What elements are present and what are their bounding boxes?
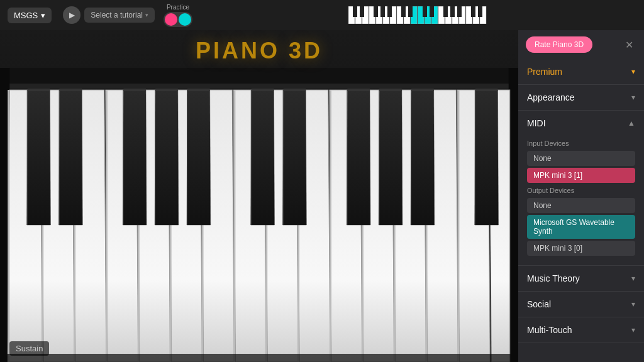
- social-section: Social ▾: [518, 292, 644, 317]
- msgs-label: MSGS: [14, 11, 38, 20]
- svg-marker-95: [379, 90, 402, 225]
- svg-rect-24: [387, 6, 392, 17]
- main-content: PIANO 3D: [0, 30, 644, 362]
- output-mpk-mini-0-option[interactable]: MPK mini 3 [0]: [527, 241, 635, 256]
- select-tutorial-chevron-icon: ▾: [145, 12, 148, 18]
- multi-touch-label: Multi-Touch: [527, 325, 572, 335]
- multi-touch-chevron-icon: ▾: [631, 326, 635, 334]
- svg-marker-89: [283, 90, 307, 225]
- svg-marker-61: [330, 90, 331, 362]
- svg-rect-104: [0, 354, 518, 362]
- svg-rect-85: [187, 89, 210, 91]
- piano-3d-keys[interactable]: White key pattern: C D E F G A B repeate…: [0, 30, 518, 362]
- premium-section: Premium ▾: [518, 59, 644, 85]
- select-tutorial-button[interactable]: Select a tutorial ▾: [84, 8, 155, 23]
- svg-rect-103: [475, 89, 498, 91]
- practice-toggle[interactable]: [164, 12, 192, 27]
- svg-marker-41: [8, 90, 9, 362]
- topbar: MSGS ▾ ▶ Select a tutorial ▾ Practice: [0, 0, 644, 30]
- svg-marker-101: [475, 90, 499, 225]
- multi-touch-section: Multi-Touch ▾: [518, 317, 644, 343]
- svg-marker-102: [475, 90, 475, 225]
- appearance-chevron-icon: ▾: [631, 93, 635, 102]
- midi-section: MIDI ▲ Input Devices None MPK mini 3 [1]…: [518, 111, 644, 266]
- play-area: ▶ Select a tutorial ▾: [63, 6, 155, 24]
- msgs-button[interactable]: MSGS ▾: [8, 8, 52, 23]
- midi-section-header[interactable]: MIDI ▲: [518, 111, 644, 136]
- input-mpk-mini-option[interactable]: MPK mini 3 [1]: [527, 168, 635, 183]
- svg-marker-78: [123, 90, 123, 225]
- svg-rect-91: [284, 89, 306, 91]
- svg-rect-25: [401, 6, 406, 17]
- music-theory-chevron-icon: ▾: [631, 274, 635, 283]
- svg-marker-81: [155, 90, 155, 225]
- mini-piano-svg: [348, 6, 487, 24]
- svg-marker-96: [379, 90, 379, 225]
- output-devices-label: Output Devices: [527, 187, 635, 194]
- select-tutorial-label: Select a tutorial: [91, 11, 143, 19]
- svg-marker-75: [59, 90, 60, 225]
- input-none-option[interactable]: None: [527, 151, 635, 166]
- svg-marker-98: [411, 90, 435, 225]
- practice-area: Practice: [164, 4, 192, 27]
- multi-touch-section-header[interactable]: Multi-Touch ▾: [518, 317, 644, 343]
- practice-label: Practice: [167, 4, 189, 11]
- svg-marker-74: [59, 90, 83, 225]
- social-label: Social: [527, 299, 551, 309]
- svg-marker-47: [106, 90, 108, 362]
- midi-label: MIDI: [527, 118, 546, 128]
- svg-marker-87: [251, 90, 252, 225]
- mini-piano-keyboard[interactable]: [211, 5, 624, 25]
- svg-rect-32: [471, 6, 475, 17]
- svg-rect-20: [353, 6, 357, 17]
- social-chevron-icon: ▾: [631, 300, 635, 309]
- svg-marker-99: [411, 90, 411, 225]
- social-section-header[interactable]: Social ▾: [518, 292, 644, 317]
- svg-rect-23: [380, 6, 385, 17]
- piano-canvas: PIANO 3D: [0, 30, 518, 362]
- svg-marker-90: [283, 90, 284, 225]
- play-icon: ▶: [69, 11, 75, 19]
- piano-title: PIANO 3D: [196, 38, 323, 64]
- midi-content: Input Devices None MPK mini 3 [1] Output…: [518, 140, 644, 265]
- svg-marker-72: [27, 90, 28, 225]
- premium-label: Premium: [527, 67, 562, 77]
- music-theory-section-header[interactable]: Music Theory ▾: [518, 266, 644, 291]
- svg-rect-100: [411, 89, 434, 91]
- svg-rect-82: [155, 89, 178, 91]
- svg-rect-88: [252, 89, 274, 91]
- svg-marker-92: [347, 90, 370, 225]
- svg-rect-27: [423, 6, 427, 17]
- panel-header: Rate Piano 3D ✕: [518, 30, 644, 59]
- msgs-chevron-icon: ▾: [41, 11, 45, 20]
- svg-marker-84: [187, 90, 187, 225]
- svg-rect-73: [28, 89, 50, 91]
- premium-chevron-icon: ▾: [631, 67, 635, 76]
- midi-chevron-icon: ▲: [628, 119, 635, 128]
- svg-rect-30: [450, 6, 455, 17]
- appearance-section-header[interactable]: Appearance ▾: [518, 85, 644, 110]
- svg-marker-83: [187, 90, 211, 225]
- svg-rect-79: [123, 89, 146, 91]
- svg-rect-29: [443, 6, 448, 17]
- svg-rect-21: [360, 6, 364, 17]
- svg-marker-55: [233, 90, 235, 362]
- svg-marker-71: [27, 90, 51, 225]
- svg-rect-26: [408, 6, 413, 17]
- svg-marker-93: [347, 90, 347, 225]
- rate-piano-button[interactable]: Rate Piano 3D: [526, 36, 592, 53]
- premium-section-header[interactable]: Premium ▾: [518, 59, 644, 84]
- svg-rect-97: [379, 89, 402, 91]
- output-ms-gs-option[interactable]: Microsoft GS Wavetable Synth: [527, 215, 635, 239]
- toggle-pink-knob: [165, 13, 177, 26]
- svg-rect-36: [0, 84, 518, 89]
- close-button[interactable]: ✕: [621, 37, 636, 52]
- appearance-section: Appearance ▾: [518, 85, 644, 111]
- music-theory-section: Music Theory ▾: [518, 266, 644, 292]
- output-none-option[interactable]: None: [527, 198, 635, 213]
- music-theory-label: Music Theory: [527, 273, 580, 283]
- play-button[interactable]: ▶: [63, 6, 80, 24]
- sustain-label: Sustain: [9, 341, 49, 356]
- svg-marker-80: [155, 90, 179, 225]
- svg-marker-86: [251, 90, 275, 225]
